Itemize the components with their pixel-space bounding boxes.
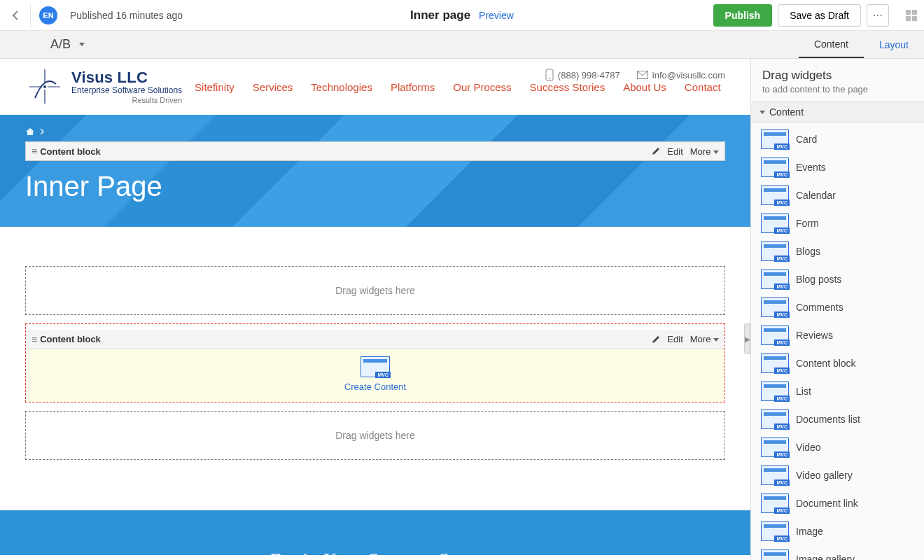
widget-label: Video — [796, 442, 821, 453]
drop-zone-1[interactable]: Drag widgets here — [25, 266, 725, 315]
ab-test-dropdown[interactable]: A/B — [50, 37, 85, 52]
widget-label: Document link — [796, 498, 858, 509]
hero-title: Inner Page — [25, 171, 725, 202]
widget-icon — [761, 522, 789, 541]
widget-label: Comments — [796, 302, 844, 313]
widget-item-image-gallery[interactable]: Image gallery — [751, 545, 924, 560]
phone-icon — [545, 69, 554, 81]
save-draft-button[interactable]: Save as Draft — [778, 4, 861, 27]
widget-label: Image — [796, 526, 823, 537]
content-block-icon — [360, 356, 390, 377]
widget-item-blogs[interactable]: Blogs — [751, 237, 924, 265]
widget-icon — [761, 130, 789, 149]
widget-icon — [761, 214, 789, 233]
more-link[interactable]: More — [690, 146, 719, 157]
edit-link[interactable]: Edit — [667, 146, 682, 157]
widget-item-document-link[interactable]: Document link — [751, 489, 924, 517]
widget-icon — [761, 410, 789, 429]
widget-icon — [761, 270, 789, 289]
logo[interactable]: Visus LLC Enterprise Software Solutions … — [25, 67, 182, 106]
sidebar-subtitle: to add content to the page — [762, 84, 913, 94]
widget-item-reviews[interactable]: Reviews — [751, 321, 924, 349]
content-block-label: Content block — [40, 334, 101, 344]
nav-our-process[interactable]: Our Process — [453, 81, 511, 93]
widget-label: Blog posts — [796, 274, 841, 285]
nav-services[interactable]: Services — [253, 81, 293, 93]
envelope-icon — [637, 71, 648, 79]
widget-item-events[interactable]: Events — [751, 153, 924, 181]
logo-icon — [25, 67, 64, 106]
widget-item-video-gallery[interactable]: Video gallery — [751, 461, 924, 489]
widget-label: Video gallery — [796, 470, 853, 481]
footer-cta-band: Begin Your Success Story — [0, 510, 750, 555]
content-block-empty[interactable]: ≡ Content block Edit More Create Content — [25, 323, 725, 402]
pencil-icon[interactable] — [652, 335, 660, 344]
widget-item-calendar[interactable]: Calendar — [751, 181, 924, 209]
widget-label: Events — [796, 162, 826, 173]
widget-item-video[interactable]: Video — [751, 433, 924, 461]
ab-label: A/B — [50, 37, 71, 52]
more-actions-button[interactable]: ⋯ — [867, 4, 889, 27]
pencil-icon[interactable] — [652, 147, 660, 155]
widget-item-image[interactable]: Image — [751, 517, 924, 545]
nav-platforms[interactable]: Platforms — [391, 81, 435, 93]
widget-item-blog-posts[interactable]: Blog posts — [751, 265, 924, 293]
widget-icon — [761, 354, 789, 373]
language-badge[interactable]: EN — [39, 6, 57, 24]
drag-handle-icon[interactable]: ≡ — [31, 334, 36, 345]
create-content-link[interactable]: Create Content — [344, 382, 406, 392]
nav-technologies[interactable]: Technologies — [311, 81, 372, 93]
page-title: Inner page — [410, 8, 470, 22]
widget-item-documents-list[interactable]: Documents list — [751, 405, 924, 433]
widget-icon — [761, 298, 789, 317]
home-icon[interactable] — [25, 127, 35, 136]
chevron-right-icon — [39, 128, 45, 135]
back-button[interactable] — [7, 4, 31, 27]
tab-content[interactable]: Content — [799, 31, 864, 58]
widget-label: Card — [796, 134, 817, 145]
tab-layout[interactable]: Layout — [864, 31, 924, 58]
drop-zone-2[interactable]: Drag widgets here — [25, 411, 725, 460]
widget-icon — [761, 186, 789, 205]
company-tagline2: Results Driven — [71, 96, 182, 104]
widget-icon — [761, 241, 789, 261]
publish-status: Published 16 minutes ago — [70, 10, 183, 21]
svg-point-1 — [549, 78, 550, 79]
nav-sitefinity[interactable]: Sitefinity — [195, 81, 234, 93]
publish-button[interactable]: Publish — [713, 4, 773, 27]
content-block-bar-hero[interactable]: ≡ Content block Edit More — [25, 141, 725, 161]
nav-about-us[interactable]: About Us — [623, 81, 666, 93]
edit-link[interactable]: Edit — [667, 334, 682, 344]
widget-section-content[interactable]: Content — [751, 102, 924, 122]
widget-label: Calendar — [796, 190, 836, 201]
widget-item-comments[interactable]: Comments — [751, 293, 924, 321]
widget-item-form[interactable]: Form — [751, 209, 924, 237]
company-tagline: Enterprise Software Solutions — [71, 86, 182, 95]
widget-label: Content block — [796, 358, 856, 369]
widget-label: Documents list — [796, 414, 860, 425]
caret-down-icon — [713, 150, 719, 154]
widget-item-content-block[interactable]: Content block — [751, 349, 924, 377]
widget-item-list[interactable]: List — [751, 377, 924, 405]
drag-handle-icon[interactable]: ≡ — [31, 146, 36, 157]
widget-item-card[interactable]: Card — [751, 125, 924, 153]
caret-down-icon — [760, 111, 765, 114]
widget-icon — [761, 326, 789, 345]
widget-icon — [761, 382, 789, 401]
widget-label: Form — [796, 218, 819, 229]
apps-icon[interactable] — [906, 10, 917, 21]
preview-link[interactable]: Preview — [479, 10, 514, 21]
more-link[interactable]: More — [690, 334, 719, 344]
widget-label: Image gallery — [796, 554, 855, 560]
panel-collapse-handle[interactable]: ▶ — [744, 323, 750, 354]
phone-contact: (888) 998-4787 — [545, 69, 620, 81]
widget-label: List — [796, 386, 811, 397]
widget-label: Blogs — [796, 246, 820, 257]
widget-icon — [761, 550, 789, 560]
nav-success-stories[interactable]: Success Stories — [530, 81, 606, 93]
widget-label: Reviews — [796, 330, 833, 341]
widget-icon — [761, 465, 789, 485]
svg-point-3 — [43, 85, 46, 88]
nav-contact[interactable]: Contact — [685, 81, 721, 93]
company-name: Visus LLC — [71, 69, 182, 86]
